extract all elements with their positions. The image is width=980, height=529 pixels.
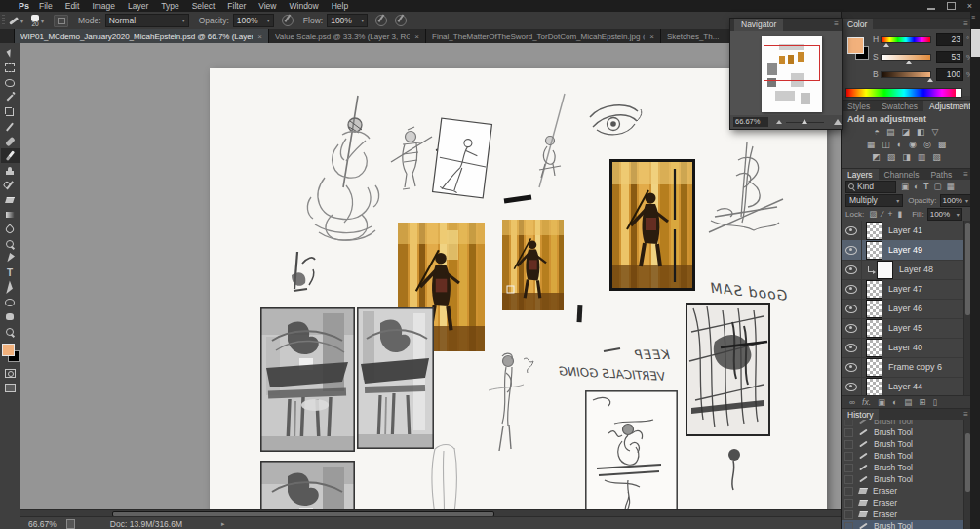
lock-transparency-icon[interactable]: ▨: [869, 209, 877, 219]
new-adjustment-layer-icon[interactable]: ◐: [892, 397, 897, 407]
selective-color-icon[interactable]: ▥: [918, 152, 926, 162]
history-row-selected[interactable]: Brush Tool: [842, 520, 964, 529]
filter-type-layers-icon[interactable]: T: [923, 182, 928, 191]
filter-pixel-layers-icon[interactable]: ▣: [901, 182, 909, 191]
tool-gradient[interactable]: [1, 207, 20, 222]
brightness-value[interactable]: 100: [936, 68, 963, 81]
zoom-in-icon[interactable]: [834, 119, 842, 125]
menu-image[interactable]: Image: [92, 1, 115, 11]
visibility-eye-icon[interactable]: [845, 285, 857, 294]
layer-row-selected[interactable]: Layer 49: [842, 240, 964, 261]
tool-lasso[interactable]: [1, 75, 20, 90]
menu-type[interactable]: Type: [161, 1, 178, 11]
layer-row[interactable]: Layer 44: [842, 377, 964, 395]
tab-navigator[interactable]: Navigator: [734, 19, 783, 31]
layer-thumbnail[interactable]: [866, 222, 882, 240]
vibrance-icon[interactable]: ▽: [932, 127, 939, 137]
tool-hand[interactable]: [1, 309, 20, 324]
tool-quick-selection[interactable]: [1, 90, 20, 104]
filter-shape-layers-icon[interactable]: ▢: [933, 182, 941, 191]
saturation-value[interactable]: 53: [936, 51, 963, 63]
tool-crop[interactable]: [1, 104, 20, 119]
layer-row[interactable]: Layer 46: [842, 299, 964, 319]
history-row[interactable]: Brush Tool: [842, 420, 964, 427]
doc-tab-value-scale[interactable]: Value Scale.psd @ 33.3% (Layer 3, RGB...…: [269, 29, 426, 43]
filter-kind-dropdown[interactable]: Kind: [845, 181, 896, 193]
color-spectrum-ramp[interactable]: [845, 88, 962, 98]
expand-dock-icon[interactable]: ≡: [971, 14, 975, 20]
layer-row-clipped[interactable]: Layer 48: [842, 260, 964, 280]
tool-eraser[interactable]: [1, 192, 20, 207]
artboard[interactable]: Good SAM KEEP VERTICALS GOING: [210, 68, 827, 516]
panel-menu-icon[interactable]: ≡: [963, 20, 968, 28]
tool-path-selection[interactable]: [1, 280, 20, 295]
layer-thumbnail[interactable]: [866, 300, 882, 318]
visibility-eye-icon[interactable]: [845, 265, 857, 274]
layer-style-fx-icon[interactable]: fx.: [862, 397, 871, 407]
navigator-view-box[interactable]: [764, 45, 820, 81]
new-group-icon[interactable]: ▤: [904, 397, 912, 407]
tool-healing-brush[interactable]: [1, 134, 20, 148]
tab-close-icon[interactable]: ×: [649, 32, 654, 41]
color-balance-icon[interactable]: ◫: [882, 140, 890, 149]
brightness-slider-marker[interactable]: [927, 78, 933, 82]
lock-pixels-icon[interactable]: ∕: [882, 209, 882, 219]
photo-filter-icon[interactable]: ◉: [909, 140, 917, 149]
document-canvas[interactable]: Good SAM KEEP VERTICALS GOING: [210, 68, 827, 516]
menu-help[interactable]: Help: [332, 1, 348, 11]
history-source-well[interactable]: [844, 522, 853, 529]
invert-icon[interactable]: ◩: [872, 152, 881, 162]
flow-dropdown[interactable]: 100% ▾: [327, 14, 368, 27]
brush-preset-picker[interactable]: 20: [31, 15, 39, 27]
hue-saturation-icon[interactable]: ▦: [867, 140, 876, 149]
layer-row[interactable]: Layer 45: [842, 318, 964, 339]
color-lookup-icon[interactable]: ▩: [938, 140, 947, 149]
toggle-brush-panel-icon[interactable]: [54, 15, 68, 27]
quick-mask-icon[interactable]: [5, 369, 16, 378]
saturation-slider-marker[interactable]: [906, 61, 912, 64]
history-source-well[interactable]: [844, 499, 853, 508]
layer-row[interactable]: Layer 47: [842, 279, 964, 300]
menu-filter[interactable]: Filter: [227, 1, 246, 11]
hue-slider-marker[interactable]: [883, 43, 889, 47]
airbrush-icon[interactable]: [375, 15, 387, 26]
saturation-slider[interactable]: [881, 54, 931, 61]
curves-icon[interactable]: ◪: [902, 127, 911, 137]
history-source-well[interactable]: [844, 464, 853, 472]
new-layer-icon[interactable]: ⊞: [919, 397, 925, 407]
menu-file[interactable]: File: [39, 1, 53, 11]
opacity-dropdown[interactable]: 100% ▾: [233, 14, 274, 27]
navigator-thumbnail[interactable]: [762, 36, 822, 112]
history-row[interactable]: Brush Tool: [842, 450, 964, 462]
layer-thumbnail[interactable]: [866, 280, 882, 299]
navigator-preview[interactable]: [730, 31, 842, 115]
tool-type[interactable]: T: [1, 265, 20, 280]
restore-button[interactable]: [947, 2, 956, 10]
tool-pen[interactable]: [1, 251, 20, 265]
minimize-button[interactable]: [927, 8, 935, 10]
levels-icon[interactable]: ▤: [886, 127, 895, 137]
history-source-well[interactable]: [844, 510, 853, 519]
foreground-color-swatch[interactable]: [847, 37, 864, 54]
zoom-out-icon[interactable]: [776, 120, 782, 124]
history-source-well[interactable]: [844, 420, 853, 426]
doc-tab-final[interactable]: Final_TheMatterOfTheSword_TorDotCom_Mica…: [426, 29, 661, 43]
add-layer-mask-icon[interactable]: ▣: [878, 397, 885, 407]
layer-thumbnail[interactable]: [866, 241, 882, 260]
visibility-eye-icon[interactable]: [845, 344, 857, 352]
status-flyout-arrow-icon[interactable]: ▸: [221, 520, 225, 528]
history-row[interactable]: Brush Tool: [842, 438, 964, 450]
exposure-icon[interactable]: ◧: [917, 127, 925, 137]
foreground-color-swatch[interactable]: [2, 344, 15, 356]
history-row[interactable]: Brush Tool: [842, 427, 964, 438]
black-white-icon[interactable]: ◐: [897, 140, 902, 149]
history-row[interactable]: Eraser: [842, 497, 964, 509]
tool-marquee[interactable]: [1, 61, 20, 75]
history-row[interactable]: Brush Tool: [842, 462, 964, 473]
visibility-eye-icon[interactable]: [845, 305, 857, 313]
delete-layer-icon[interactable]: ▯: [932, 397, 937, 407]
opacity-pressure-icon[interactable]: [282, 15, 294, 26]
tool-zoom[interactable]: [1, 324, 20, 339]
visibility-eye-icon[interactable]: [845, 226, 857, 235]
tool-dodge[interactable]: [1, 236, 20, 251]
